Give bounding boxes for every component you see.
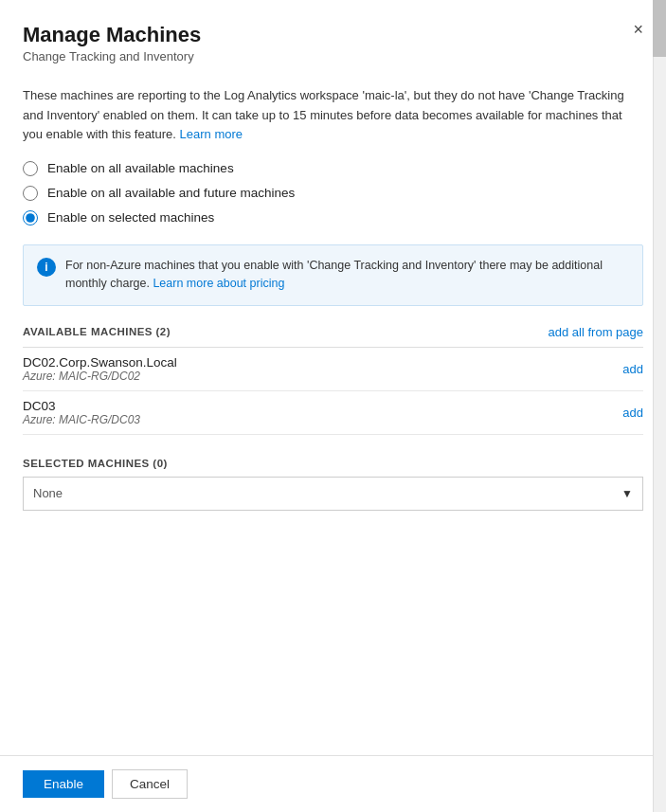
dialog-header: Manage Machines Change Tracking and Inve… <box>0 0 666 71</box>
add-dc03-link[interactable]: add <box>622 406 643 420</box>
machine-dc03-azure: Azure: MAIC-RG/DC03 <box>23 413 140 426</box>
selected-machines-label: SELECTED MACHINES (0) <box>23 458 168 469</box>
info-icon: i <box>37 258 56 277</box>
dialog-body: These machines are reporting to the Log … <box>0 71 666 755</box>
selected-machines-header: SELECTED MACHINES (0) <box>23 458 643 469</box>
machine-dc02-azure: Azure: MAIC-RG/DC02 <box>23 370 177 383</box>
radio-selected-label: Enable on selected machines <box>47 210 214 225</box>
info-box: i For non-Azure machines that you enable… <box>23 244 643 306</box>
table-row: DC02.Corp.Swanson.Local Azure: MAIC-RG/D… <box>23 348 643 391</box>
info-text-content: For non-Azure machines that you enable w… <box>65 259 603 290</box>
radio-all-available[interactable]: Enable on all available machines <box>23 161 643 176</box>
radio-future-label: Enable on all available and future machi… <box>47 186 295 200</box>
radio-selected-input[interactable] <box>23 210 38 226</box>
add-dc02-link[interactable]: add <box>622 362 643 376</box>
radio-all-input[interactable] <box>23 161 38 176</box>
add-all-from-page-link[interactable]: add all from page <box>549 325 643 339</box>
available-machines-header: AVAILABLE MACHINES (2) add all from page <box>23 325 643 339</box>
radio-future-input[interactable] <box>23 186 38 201</box>
machine-list: DC02.Corp.Swanson.Local Azure: MAIC-RG/D… <box>23 347 643 435</box>
description-text-content: These machines are reporting to the Log … <box>23 88 624 140</box>
radio-group: Enable on all available machines Enable … <box>23 161 643 226</box>
available-machines-label: AVAILABLE MACHINES (2) <box>23 326 171 337</box>
machine-dc02-name: DC02.Corp.Swanson.Local <box>23 355 177 370</box>
learn-more-link[interactable]: Learn more <box>180 127 243 141</box>
cancel-button[interactable]: Cancel <box>112 769 188 799</box>
machine-dc02-info: DC02.Corp.Swanson.Local Azure: MAIC-RG/D… <box>23 355 177 383</box>
close-button[interactable]: × <box>625 17 651 42</box>
dropdown-arrow-icon: ▼ <box>621 487 633 500</box>
dialog-title: Manage Machines <box>23 23 643 47</box>
table-row: DC03 Azure: MAIC-RG/DC03 add <box>23 391 643 435</box>
dialog-footer: Enable Cancel <box>0 755 666 812</box>
manage-machines-dialog: Manage Machines Change Tracking and Inve… <box>0 0 666 812</box>
radio-all-future[interactable]: Enable on all available and future machi… <box>23 186 643 201</box>
scrollbar-thumb[interactable] <box>653 0 666 57</box>
info-text: For non-Azure machines that you enable w… <box>65 257 629 294</box>
selected-machines-section: SELECTED MACHINES (0) None ▼ <box>23 458 643 522</box>
scrollbar-track[interactable] <box>653 0 666 812</box>
dialog-subtitle: Change Tracking and Inventory <box>23 49 643 63</box>
selected-machines-placeholder: None <box>33 486 63 500</box>
machine-dc03-name: DC03 <box>23 399 140 413</box>
learn-more-pricing-link[interactable]: Learn more about pricing <box>153 277 284 290</box>
machine-dc03-info: DC03 Azure: MAIC-RG/DC03 <box>23 399 140 426</box>
available-machines-section: AVAILABLE MACHINES (2) add all from page… <box>23 325 643 435</box>
selected-machines-dropdown[interactable]: None ▼ <box>23 477 643 511</box>
description-text: These machines are reporting to the Log … <box>23 86 643 143</box>
enable-button[interactable]: Enable <box>23 770 104 798</box>
radio-selected[interactable]: Enable on selected machines <box>23 210 643 226</box>
radio-all-label: Enable on all available machines <box>47 161 234 175</box>
